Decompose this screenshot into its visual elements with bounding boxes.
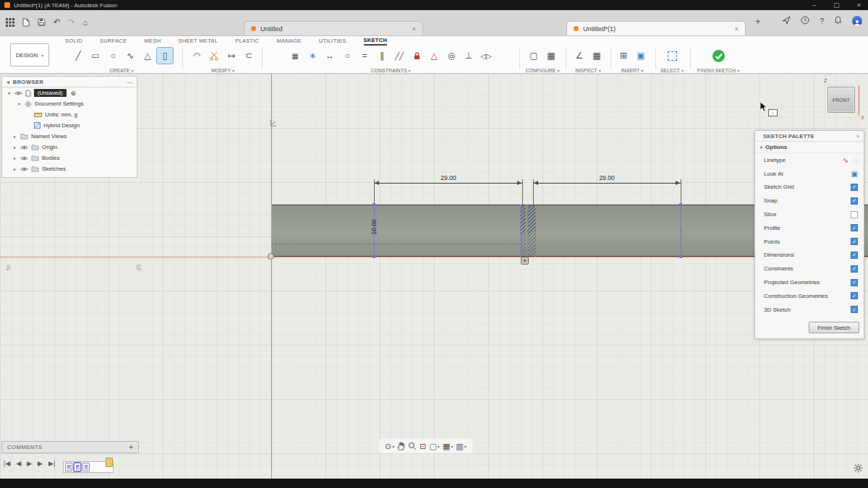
workspace-selector[interactable]: DESIGN ▾: [10, 43, 49, 67]
file-menu-icon[interactable]: [22, 18, 30, 27]
linetype-normal-icon[interactable]: ∿: [843, 156, 848, 164]
section-marker[interactable]: [521, 257, 529, 265]
zoom-icon[interactable]: [408, 442, 417, 450]
constraints-group-label[interactable]: CONSTRAINTS▾: [265, 68, 516, 73]
tab-sketch[interactable]: SKETCH: [364, 37, 388, 46]
eye-icon[interactable]: [20, 166, 28, 172]
tab-sheet-metal[interactable]: SHEET METAL: [178, 38, 218, 44]
dimension-line[interactable]: [533, 183, 681, 184]
browser-item-unsaved[interactable]: ▾ (Unsaved) ⊕: [2, 87, 137, 98]
edge-endpoint-handle[interactable]: [373, 255, 375, 258]
tree-collapse-icon[interactable]: ▸: [12, 145, 17, 150]
sketch-grid-checkbox[interactable]: [851, 184, 858, 191]
panel-minimize-icon[interactable]: —: [127, 79, 133, 85]
snap-checkbox[interactable]: [851, 197, 858, 205]
timeline-feature-sketch[interactable]: [74, 463, 81, 471]
project-geometry-icon[interactable]: ∗: [305, 48, 320, 64]
coincident-constraint-icon[interactable]: ○: [339, 48, 355, 64]
display-settings-icon[interactable]: ▢▾: [429, 442, 439, 451]
go-to-end-button[interactable]: ▶|: [48, 460, 55, 467]
eye-icon[interactable]: [20, 145, 28, 150]
palette-menu-icon[interactable]: »: [856, 133, 859, 140]
insert-mesh-icon[interactable]: ⊞: [616, 48, 631, 64]
preferences-gear-icon[interactable]: [854, 463, 863, 476]
finish-sketch-button[interactable]: Finish Sketch: [809, 322, 859, 333]
construction-geometries-checkbox[interactable]: [851, 292, 858, 299]
browser-item-document-settings[interactable]: ▾ Document Settings: [2, 98, 137, 109]
perpendicular-constraint-icon[interactable]: ⊥: [461, 48, 477, 64]
tab-utilities[interactable]: UTILITIES: [319, 38, 346, 44]
document-name[interactable]: (Unsaved): [34, 89, 67, 97]
tab-plastic[interactable]: PLASTIC: [235, 38, 259, 44]
home-icon[interactable]: ⌂: [82, 18, 88, 27]
save-icon[interactable]: [38, 18, 46, 26]
select-group-label[interactable]: SELECT▾: [657, 68, 687, 73]
tab-mesh[interactable]: MESH: [145, 38, 161, 44]
analysis-icon[interactable]: ▦: [589, 48, 605, 64]
spline-tool-icon[interactable]: ∿: [122, 48, 138, 64]
minimize-button[interactable]: –: [812, 0, 816, 10]
help-icon[interactable]: ?: [820, 17, 824, 25]
view-cube-front-face[interactable]: FRONT: [827, 87, 855, 113]
tree-expand-icon[interactable]: ▾: [7, 90, 12, 95]
extend-tool-icon[interactable]: ↦: [224, 48, 239, 64]
step-forward-button[interactable]: ▶: [38, 460, 43, 467]
select-tool-icon[interactable]: [664, 48, 680, 64]
configuration-table-icon[interactable]: ▦: [543, 48, 559, 64]
sketch-origin-point[interactable]: [268, 253, 274, 260]
sketch-dimension-icon[interactable]: ↔: [322, 48, 338, 64]
eye-icon[interactable]: [20, 155, 28, 161]
configure-group-label[interactable]: CONFIGURE▾: [522, 68, 563, 73]
timeline-feature-sketch[interactable]: [65, 463, 72, 471]
view-cube[interactable]: Z FRONT X: [820, 78, 864, 120]
dimension-value-vertical[interactable]: 10.00: [370, 212, 378, 242]
browser-item-bodies[interactable]: ▸ Bodies: [2, 153, 137, 163]
browser-item-units[interactable]: Units: mm, g: [2, 109, 137, 120]
maximize-button[interactable]: ▢: [833, 0, 840, 10]
palette-options-section[interactable]: ▾ Options: [755, 142, 864, 153]
tab-surface[interactable]: SURFACE: [100, 38, 127, 44]
tree-collapse-icon[interactable]: ▸: [12, 155, 17, 160]
add-circle-icon[interactable]: ⊕: [71, 90, 77, 97]
job-status-icon[interactable]: [801, 16, 809, 26]
timeline-marker[interactable]: [106, 458, 113, 467]
slice-checkbox[interactable]: [851, 211, 858, 218]
symmetry-constraint-icon[interactable]: ◁▷: [478, 48, 494, 64]
trim-tool-icon[interactable]: [206, 48, 222, 64]
document-tab-untitled[interactable]: Untitled ×: [244, 21, 423, 35]
modify-group-label[interactable]: MODIFY▾: [185, 68, 260, 73]
measure-icon[interactable]: ∠: [571, 48, 587, 64]
user-avatar[interactable]: [852, 16, 862, 26]
dimensions-checkbox[interactable]: [851, 252, 858, 259]
parallel-constraint-icon[interactable]: ∥: [374, 48, 390, 64]
edge-endpoint-handle[interactable]: [373, 203, 375, 206]
step-back-button[interactable]: ◀: [16, 460, 21, 467]
offset-tool-icon[interactable]: ⊂: [241, 48, 257, 64]
rectangle-tool-icon[interactable]: ▭: [88, 48, 103, 64]
dimension-value[interactable]: 29.00: [439, 174, 457, 181]
line-tool-icon[interactable]: ╱: [70, 48, 86, 64]
inspect-group-label[interactable]: INSPECT▾: [569, 68, 608, 73]
circle-tool-icon[interactable]: ○: [105, 48, 121, 64]
grid-snaps-icon[interactable]: ▦▾: [443, 442, 453, 451]
collinear-constraint-icon[interactable]: ╱╱: [391, 48, 407, 64]
edge-endpoint-handle[interactable]: [679, 203, 682, 206]
redo-icon[interactable]: ↷: [68, 17, 75, 27]
look-at-icon[interactable]: ▣: [851, 170, 858, 178]
3d-viewport[interactable]: 29.00 29.00 10.00 50 -25 Z FRONT X SKETC…: [0, 74, 868, 479]
fit-icon[interactable]: ⊡: [420, 442, 426, 451]
finish-sketch-icon[interactable]: [710, 48, 726, 64]
new-document-tab-button[interactable]: +: [755, 16, 761, 27]
tree-expand-icon[interactable]: ▾: [17, 101, 22, 106]
create-group-label[interactable]: CREATE▾: [61, 68, 182, 73]
dimension-line[interactable]: [374, 183, 522, 184]
finish-sketch-group-label[interactable]: FINISH SKETCH▾: [693, 68, 744, 73]
play-button[interactable]: ▶: [27, 460, 32, 467]
document-tab-untitled-1[interactable]: Untitled*(1) ×: [566, 21, 746, 35]
viewports-icon[interactable]: ▥▾: [456, 442, 466, 451]
slot-tool-icon[interactable]: ▯: [157, 48, 173, 64]
tab-close-icon[interactable]: ×: [412, 25, 416, 33]
profile-checkbox[interactable]: [851, 224, 858, 231]
pan-icon[interactable]: [397, 442, 405, 450]
projected-geometries-checkbox[interactable]: [851, 279, 858, 286]
